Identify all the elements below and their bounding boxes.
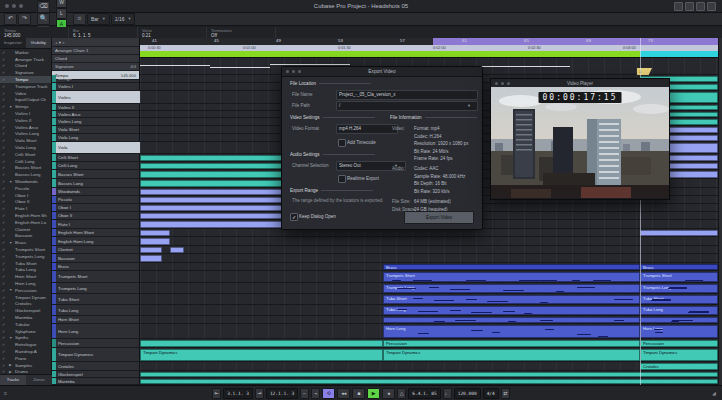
- track-lane-timpani-dynamics[interactable]: Timpani DynamicsTimpani DynamicsTimpani …: [140, 348, 718, 362]
- track-header-violins-i[interactable]: Violins I: [52, 83, 140, 91]
- track-header-percussion[interactable]: Percussion: [52, 339, 140, 348]
- midi-event[interactable]: Timpani Dynamics: [140, 349, 383, 361]
- visibility-item[interactable]: ✓Video: [0, 90, 51, 97]
- visibility-item[interactable]: ✓Celli Long: [0, 158, 51, 165]
- track-header-marimba[interactable]: Marimba: [52, 378, 140, 385]
- midi-event[interactable]: Percussion: [640, 340, 718, 347]
- visibility-item[interactable]: ✓Tempo: [0, 76, 51, 83]
- visibility-item[interactable]: ✓Basses Short: [0, 165, 51, 172]
- redo-icon[interactable]: ↷: [18, 13, 31, 25]
- track-lane-crotales[interactable]: Crotales: [140, 362, 718, 371]
- file-path-menu-icon[interactable]: ▼: [467, 103, 471, 108]
- info-line-field[interactable]: Tempo145.000: [0, 27, 69, 38]
- midi-event[interactable]: [140, 230, 170, 236]
- track-lane-tuba-long[interactable]: Tuba LongTuba Long: [140, 305, 718, 316]
- visibility-item[interactable]: ✓Celli Short: [0, 151, 51, 158]
- visibility-item[interactable]: ✓Input/Output Ch: [0, 97, 51, 104]
- vertical-scrollbar[interactable]: [718, 38, 722, 385]
- tempo-track-button[interactable]: ♩: [443, 388, 452, 399]
- midi-event[interactable]: Tuba Long: [640, 306, 718, 315]
- track-lane-trumpets-long[interactable]: Trumpets LongTrumpets Long: [140, 283, 718, 294]
- midi-event[interactable]: Timpani Dynamics: [383, 349, 640, 361]
- bottom-tab-zones[interactable]: Zones: [26, 375, 52, 385]
- visibility-item[interactable]: ✓Timpani Dynam: [0, 294, 51, 301]
- punch-in-button[interactable]: ⌐: [300, 388, 309, 399]
- info-line-field[interactable]: Bar6. 1. 1. 5: [69, 27, 138, 38]
- track-header-timpani-dynamics[interactable]: Timpani Dynamics: [52, 348, 140, 362]
- visibility-item[interactable]: ✓Arranger Track: [0, 56, 51, 63]
- stop-button[interactable]: ■: [352, 388, 365, 399]
- export-video-button[interactable]: Export Video: [404, 211, 474, 224]
- midi-event[interactable]: [383, 317, 640, 323]
- workspace-button[interactable]: [685, 2, 694, 11]
- goto-left-locator-button[interactable]: ⇤: [212, 388, 221, 399]
- track-lane-brass[interactable]: BrassBrass: [140, 263, 718, 271]
- track-lane-english-horn-long[interactable]: [140, 237, 718, 246]
- track-header-tuba-long[interactable]: Tuba Long: [52, 305, 140, 316]
- sidebar-tab-inspector[interactable]: Inspector: [0, 38, 26, 48]
- visibility-item[interactable]: ✓Horn Long: [0, 280, 51, 287]
- info-line-field[interactable]: Value0.21: [138, 27, 207, 38]
- midi-event[interactable]: [640, 230, 718, 236]
- midi-event[interactable]: [140, 340, 383, 347]
- left-locator-field[interactable]: 3.1.1. 3: [223, 388, 253, 399]
- visibility-item[interactable]: ✓Trumpets Long: [0, 253, 51, 260]
- track-header-viola-short[interactable]: Viola Short: [52, 126, 140, 134]
- midi-event[interactable]: Trumpets Short: [383, 272, 640, 282]
- track-header-celli-short[interactable]: Celli Short: [52, 154, 140, 162]
- visibility-item[interactable]: ✓Oboe II: [0, 199, 51, 206]
- track-header-brass[interactable]: Brass: [52, 263, 140, 271]
- midi-event[interactable]: Horn Long: [640, 325, 718, 338]
- track-list-toolbar[interactable]: + ▾ ⌕: [52, 38, 139, 47]
- visibility-item[interactable]: ✓Piano: [0, 355, 51, 362]
- track-header-english-horn-long[interactable]: English Horn Long: [52, 237, 140, 246]
- track-lane-percussion[interactable]: PercussionPercussion: [140, 339, 718, 348]
- track-header-violins-long[interactable]: Violins Long: [52, 118, 140, 126]
- quantize-dropdown[interactable]: 1/16 ▼: [111, 13, 136, 25]
- midi-event[interactable]: Tuba Short: [640, 295, 718, 304]
- track-header-oboe-ii[interactable]: Oboe II: [52, 212, 140, 220]
- visibility-item[interactable]: ✓Xylophone: [0, 328, 51, 335]
- track-header-viola[interactable]: Viola: [52, 142, 140, 154]
- track-lane-tuba-short[interactable]: Tuba ShortTuba Short: [140, 294, 718, 305]
- visibility-item[interactable]: ✓Glockenspiel: [0, 307, 51, 314]
- punch-out-button[interactable]: ¬: [311, 388, 320, 399]
- tempo-field[interactable]: 120.000: [454, 388, 481, 399]
- automation-button-w[interactable]: W: [56, 0, 67, 8]
- snap-icon[interactable]: ⌗: [73, 13, 86, 25]
- track-header-crotales[interactable]: Crotales: [52, 362, 140, 371]
- track-lane-english-horn-short[interactable]: [140, 229, 718, 237]
- visibility-item[interactable]: ✓▼Percussion: [0, 287, 51, 294]
- track-header-flute-i[interactable]: Flute I: [52, 220, 140, 229]
- track-header-basses-long[interactable]: Basses Long: [52, 179, 140, 188]
- visibility-item[interactable]: ✓Bassoon: [0, 233, 51, 240]
- grid-type-dropdown[interactable]: Bar ▼: [87, 13, 110, 25]
- zoom-tool-icon[interactable]: 🔍: [37, 13, 50, 25]
- midi-event[interactable]: [140, 379, 718, 384]
- visibility-item[interactable]: ✓Basses Long: [0, 171, 51, 178]
- visibility-item[interactable]: ✓Marker: [0, 49, 51, 56]
- keep-dialog-open-checkbox[interactable]: ✓: [290, 213, 298, 221]
- track-header-strings[interactable]: Strings: [52, 75, 140, 83]
- resize-handle-icon[interactable]: ◢: [712, 390, 716, 396]
- visibility-item[interactable]: ✓Violins Arco: [0, 124, 51, 131]
- track-header-trumpets-short[interactable]: Trumpets Short: [52, 271, 140, 283]
- visibility-item[interactable]: ✓Transpose Track: [0, 83, 51, 90]
- visibility-item[interactable]: ✓Trumpets Short: [0, 246, 51, 253]
- visibility-item[interactable]: ✓▶Samples: [0, 362, 51, 369]
- open-lower-zone-icon[interactable]: ≡: [4, 390, 7, 396]
- midi-event[interactable]: Trumpets Long: [383, 284, 640, 293]
- visibility-item[interactable]: ✓Violins I: [0, 110, 51, 117]
- midi-event[interactable]: Tuba Long: [383, 306, 640, 315]
- track-header-glockenspiel[interactable]: Glockenspiel: [52, 371, 140, 378]
- track-header-violins-arco[interactable]: Violins Arco: [52, 111, 140, 118]
- track-header-celli-long[interactable]: Celli Long: [52, 162, 140, 170]
- midi-event[interactable]: Brass: [640, 264, 718, 270]
- cycle-region[interactable]: [433, 38, 718, 45]
- midi-event[interactable]: [140, 255, 162, 262]
- signature-field[interactable]: 4/4: [483, 388, 499, 399]
- track-header-trumpets-long[interactable]: Trumpets Long: [52, 283, 140, 294]
- track-header-signature[interactable]: Signature4/4: [52, 63, 139, 71]
- visibility-item[interactable]: ✓English Horn Sh: [0, 212, 51, 219]
- track-header-bassoon[interactable]: Bassoon: [52, 254, 140, 263]
